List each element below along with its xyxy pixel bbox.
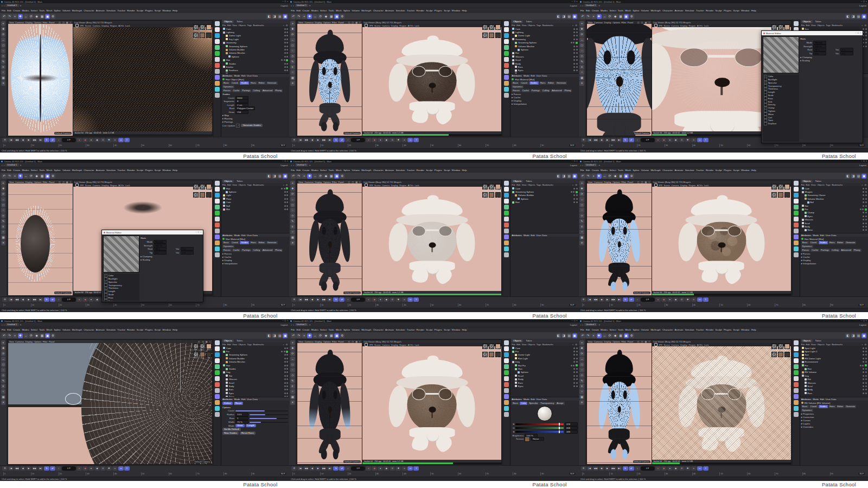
last-tool-icon[interactable]: ◆	[613, 333, 618, 338]
live-selection-icon[interactable]: ⌖	[302, 174, 307, 179]
render-settings-icon[interactable]: ⚙	[50, 333, 55, 338]
menu-item[interactable]: Help	[462, 328, 467, 331]
transport-button[interactable]: ≡	[703, 138, 709, 142]
search-icon[interactable]: ⌕ ⚙	[283, 183, 289, 186]
attribute-tab[interactable]: Basic	[801, 241, 809, 244]
transport-button[interactable]: ◀	[20, 297, 25, 302]
transport-button[interactable]: ◆	[372, 466, 377, 471]
menu-item[interactable]: Edit	[586, 328, 590, 331]
visibility-dot-icon[interactable]	[284, 365, 286, 366]
menu-item[interactable]: Modes	[22, 169, 29, 172]
menu-item[interactable]: User Data	[826, 234, 837, 237]
visibility-dot-icon[interactable]	[573, 351, 575, 352]
axis-icon[interactable]: ◇	[579, 213, 584, 218]
new-document-button[interactable]: +	[20, 323, 22, 326]
color-value[interactable]: 189	[565, 430, 578, 434]
menu-item[interactable]: Spline	[633, 169, 639, 172]
layout-quad-icon[interactable]: ◨	[272, 174, 277, 179]
tab-takes[interactable]: Takes	[235, 180, 244, 183]
layout-rows-icon[interactable]: ▤	[277, 333, 282, 338]
visibility-dot-icon[interactable]	[863, 371, 864, 373]
render-settings-icon[interactable]: ⚙	[629, 333, 634, 338]
transport-button[interactable]: ▶	[605, 297, 610, 302]
move-tool-icon[interactable]: ✚	[597, 14, 602, 19]
material-thumbnail[interactable]	[200, 352, 205, 357]
misc-icon[interactable]	[215, 252, 220, 257]
transport-button[interactable]: ●	[667, 466, 673, 471]
menu-item[interactable]: File	[291, 328, 295, 331]
render-dot-icon[interactable]	[284, 59, 285, 61]
attribute-tab[interactable]: Generate	[266, 241, 278, 244]
panel-toggle-icon[interactable]: ▣	[283, 174, 288, 179]
transport-button[interactable]: ◆	[372, 138, 377, 142]
frame-icon[interactable]: ◻	[579, 202, 584, 207]
attribute-tab[interactable]: Editor	[837, 405, 845, 408]
transport-button[interactable]: ●	[366, 297, 371, 302]
move-tool-icon[interactable]: ✚	[307, 333, 312, 338]
transport-button[interactable]: ⊙	[679, 138, 685, 142]
transport-button[interactable]: ◆	[384, 138, 389, 142]
render-to-picture-viewer-icon[interactable]: ▣	[45, 14, 50, 19]
document-tab[interactable]: Untitled 1	[584, 323, 597, 326]
visibility-dot-icon[interactable]	[284, 205, 286, 207]
layout-rows-icon[interactable]: ▤	[856, 14, 861, 19]
material-thumbnail[interactable]	[206, 192, 212, 198]
circle-icon[interactable]: ○	[579, 208, 584, 213]
render-dot-icon[interactable]	[576, 56, 578, 58]
material-thumbnail[interactable]	[193, 192, 199, 198]
attribute-tab[interactable]: Culling	[831, 249, 840, 252]
attribute-tab[interactable]: Partings	[241, 89, 251, 92]
menu-item[interactable]: Display	[680, 344, 687, 346]
brush-icon[interactable]: ✎	[290, 59, 295, 64]
visibility-dot-icon[interactable]	[284, 378, 286, 380]
menu-item[interactable]: Cameras	[15, 340, 24, 343]
visibility-dot-icon[interactable]	[573, 69, 575, 71]
menu-item[interactable]: Options	[323, 21, 331, 24]
render-dot-icon[interactable]	[865, 216, 867, 217]
camera-chip[interactable]: Default Camera	[54, 132, 72, 135]
brush-icon[interactable]: ✎	[579, 219, 584, 224]
transport-button[interactable]: ▶▶	[611, 466, 616, 471]
delete-icon[interactable]: ✕	[290, 81, 295, 86]
visibility-dot-icon[interactable]	[863, 361, 864, 363]
transport-button[interactable]: ♪	[635, 466, 640, 471]
menu-item[interactable]: Mesh	[47, 328, 53, 331]
menu-item[interactable]: Sculpt	[426, 328, 432, 331]
menu-item[interactable]: Options	[34, 21, 41, 24]
dialog-window-controls[interactable]: −□×	[855, 32, 861, 34]
visibility-dot-icon[interactable]	[281, 188, 283, 189]
transport-button[interactable]: 0 F	[62, 138, 76, 142]
new-document-button[interactable]: +	[309, 4, 311, 7]
transport-button[interactable]: 0 F	[641, 297, 655, 302]
visibility-dot-icon[interactable]	[284, 396, 286, 397]
visibility-dot-icon[interactable]	[284, 35, 286, 36]
magic-icon[interactable]	[504, 75, 509, 80]
transport-button[interactable]: ♪	[345, 138, 350, 142]
render-dot-icon[interactable]	[576, 31, 578, 33]
transport-button[interactable]: ↻	[44, 138, 49, 142]
redo-icon[interactable]: ↷	[296, 174, 301, 179]
menu-item[interactable]: Create	[592, 9, 599, 12]
transport-button[interactable]: ≡	[124, 466, 130, 471]
render-dot-icon[interactable]	[865, 28, 867, 30]
viewport-layout-icons[interactable]: ◰ ◳ ▦ ≡	[637, 181, 650, 183]
menu-item[interactable]: Render	[127, 169, 135, 172]
menu-item[interactable]: Script	[444, 328, 450, 331]
attribute-tab[interactable]: Transparency	[539, 402, 555, 405]
render-dot-icon[interactable]	[576, 351, 578, 352]
axis-icon[interactable]: ◇	[1, 373, 6, 378]
visibility-dot-icon[interactable]	[284, 347, 286, 349]
layout-quad-icon[interactable]: ◨	[561, 333, 566, 338]
slider-track[interactable]	[250, 418, 288, 419]
dynamics-icon[interactable]	[794, 406, 799, 411]
transport-button[interactable]: ↻	[333, 466, 339, 471]
gear-sim-icon[interactable]	[504, 57, 509, 62]
menu-item[interactable]: Objects	[238, 343, 246, 346]
menu-item[interactable]: Mode	[524, 234, 529, 237]
fire-sim-icon[interactable]	[504, 223, 509, 227]
menu-item[interactable]: Objects	[528, 24, 535, 27]
attribute-tab[interactable]: Guides	[240, 81, 249, 85]
color-gradient-bar[interactable]	[515, 427, 563, 429]
water-sim-icon[interactable]	[215, 352, 220, 357]
channel-checkbox[interactable]	[764, 122, 767, 125]
